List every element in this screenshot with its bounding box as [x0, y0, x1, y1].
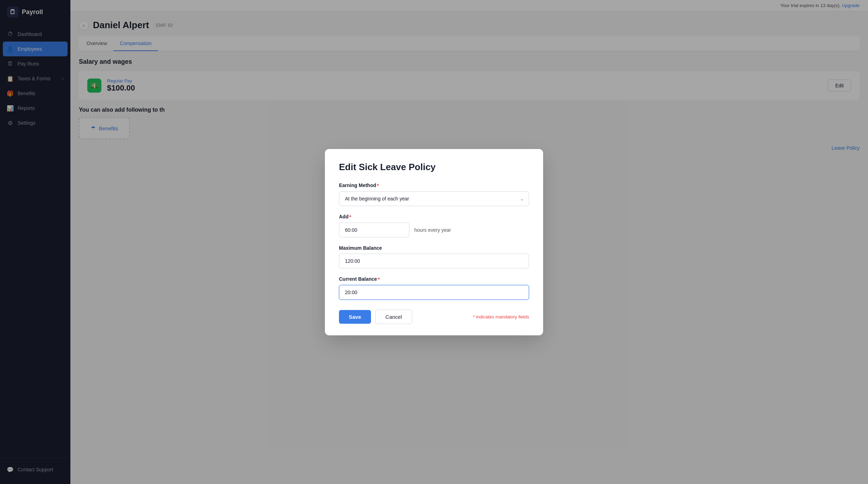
earning-method-select[interactable]: At the beginning of each year Per hour w…	[339, 191, 529, 206]
current-balance-required-star: *	[378, 276, 380, 282]
max-balance-input[interactable]	[339, 254, 529, 268]
add-label: Add *	[339, 214, 529, 220]
earning-method-group: Earning Method * At the beginning of eac…	[339, 182, 529, 206]
mandatory-note: * indicates mandatory fields	[473, 314, 529, 319]
add-required-star: *	[349, 214, 351, 220]
save-button[interactable]: Save	[339, 310, 371, 324]
modal-title: Edit Sick Leave Policy	[339, 162, 529, 173]
current-balance-input[interactable]	[339, 285, 529, 300]
current-balance-group: Current Balance *	[339, 276, 529, 300]
earning-method-label: Earning Method *	[339, 182, 529, 188]
earning-method-select-wrapper: At the beginning of each year Per hour w…	[339, 191, 529, 206]
max-balance-label: Maximum Balance	[339, 245, 529, 251]
add-suffix: hours every year	[414, 227, 451, 233]
earning-method-required-star: *	[377, 182, 379, 188]
max-balance-group: Maximum Balance	[339, 245, 529, 268]
add-hours-group: Add * hours every year	[339, 214, 529, 237]
modal-footer: Save Cancel * indicates mandatory fields	[339, 310, 529, 324]
add-hours-input[interactable]	[339, 223, 409, 237]
modal-overlay[interactable]: Edit Sick Leave Policy Earning Method * …	[0, 0, 868, 484]
modal-edit-sick-leave: Edit Sick Leave Policy Earning Method * …	[325, 149, 543, 335]
current-balance-label: Current Balance *	[339, 276, 529, 282]
add-inline-group: hours every year	[339, 223, 529, 237]
cancel-button[interactable]: Cancel	[375, 310, 412, 324]
